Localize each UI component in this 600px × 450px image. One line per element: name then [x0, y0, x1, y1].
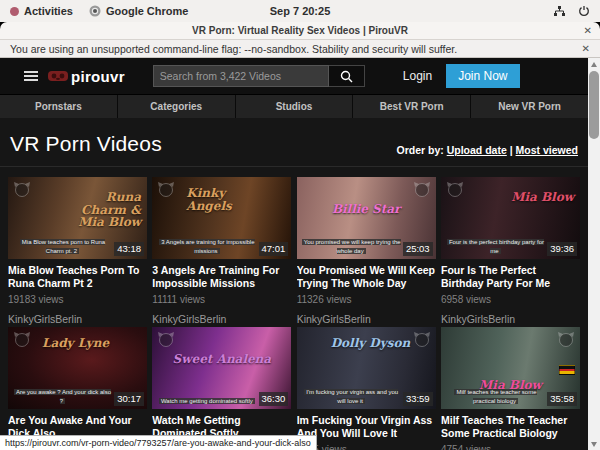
duration-badge: 25:03 — [403, 242, 433, 256]
studio-link[interactable]: KinkyGirlsBerlin — [8, 313, 147, 325]
system-top-bar: Activities Google Chrome Sep 7 20:25 — [0, 0, 600, 22]
activities-button[interactable]: Activities — [10, 5, 73, 17]
order-upload-date-link[interactable]: Upload date — [447, 144, 507, 156]
nav-item-new-vr-porn[interactable]: New VR Porn — [470, 95, 588, 118]
thumbnail-model-name: Sweet Analena — [152, 353, 291, 366]
video-card[interactable]: Billie Star You promised we will keep tr… — [297, 177, 436, 325]
duration-badge: 47:01 — [259, 242, 289, 256]
video-card[interactable]: Dolly Dyson I'm fucking your virgin ass … — [297, 327, 436, 450]
site-logo[interactable]: pirouvr — [48, 68, 125, 85]
thumbnail-caption: 3 Angels are training for impossible mis… — [156, 238, 257, 256]
window-close-icon[interactable]: ✕ — [584, 25, 592, 36]
duration-badge: 39:36 — [547, 242, 577, 256]
studio-watermark-icon — [13, 331, 31, 347]
duration-badge: 35:58 — [547, 392, 577, 406]
video-card[interactable]: Mia Blow Four is the perfect birthday pa… — [441, 177, 580, 325]
video-thumbnail[interactable]: Billie Star You promised we will keep tr… — [297, 177, 436, 259]
thumbnail-caption: Are you awake ? And your dick also ? — [12, 388, 113, 406]
duration-badge: 33:59 — [403, 392, 433, 406]
nav-item-best-vr-porn[interactable]: Best VR Porn — [352, 95, 470, 118]
login-link[interactable]: Login — [403, 69, 432, 83]
video-thumbnail[interactable]: Sweet Analena Watch me getting dominated… — [152, 327, 291, 409]
studio-link[interactable]: KinkyGirlsBerlin — [297, 313, 436, 325]
view-count: 11326 views — [297, 294, 436, 305]
video-card[interactable]: Lady Lyne Are you awake ? And your dick … — [8, 327, 147, 450]
studio-watermark-icon — [413, 331, 431, 347]
thumbnail-caption: Watch me getting dominated softly — [156, 397, 257, 406]
nav-item-studios[interactable]: Studios — [235, 95, 353, 118]
order-separator: | — [510, 144, 513, 156]
focused-app-menu[interactable]: Google Chrome — [89, 5, 189, 17]
duration-badge: 30:17 — [114, 392, 144, 406]
studio-link[interactable]: KinkyGirlsBerlin — [441, 313, 580, 325]
video-title[interactable]: Four Is The Perfect Birthday Party For M… — [441, 264, 580, 289]
browser-viewport: pirouvr Login Join Now Pornstars Categor… — [0, 58, 600, 450]
browser-titlebar: VR Porn: Virtual Reality Sex Videos | Pi… — [0, 22, 600, 40]
status-url-tooltip: https://pirouvr.com/vr-porn-video/779325… — [0, 435, 317, 450]
site-nav: Pornstars Categories Studios Best VR Por… — [0, 94, 588, 118]
video-card[interactable]: Runa Charm & Mia Blow Mia Blow teaches p… — [8, 177, 147, 325]
nav-item-pornstars[interactable]: Pornstars — [0, 95, 117, 118]
search-input[interactable] — [153, 65, 329, 87]
order-by: Order by: Upload date | Most viewed — [396, 144, 578, 156]
thumbnail-caption: Four is the perfect birthday party for m… — [445, 238, 546, 256]
scroll-up-arrow-icon[interactable] — [588, 58, 600, 70]
infobar-close-icon[interactable]: ✕ — [582, 43, 590, 54]
network-icon[interactable] — [553, 5, 566, 17]
video-thumbnail[interactable]: Lady Lyne Are you awake ? And your dick … — [8, 327, 147, 409]
view-count: 19183 views — [8, 294, 147, 305]
page-head: VR Porn Videos Order by: Upload date | M… — [0, 118, 588, 167]
app-label: Google Chrome — [106, 5, 189, 17]
search-button[interactable] — [329, 65, 365, 87]
view-count: 11111 views — [152, 294, 291, 305]
studio-watermark-icon — [13, 181, 31, 197]
thumbnail-model-name: Kinky Angels — [186, 187, 266, 212]
scroll-down-arrow-icon[interactable] — [588, 438, 600, 450]
view-count: 4754 views — [441, 444, 580, 450]
power-icon[interactable] — [578, 5, 590, 17]
video-grid: Runa Charm & Mia Blow Mia Blow teaches p… — [0, 167, 588, 450]
vr-goggles-icon — [48, 70, 68, 82]
join-now-button[interactable]: Join Now — [446, 64, 519, 88]
window-title: VR Porn: Virtual Reality Sex Videos | Pi… — [0, 25, 600, 36]
thumbnail-model-name: Mia Blow — [511, 191, 574, 204]
thumbnail-model-name: Runa Charm & Mia Blow — [61, 191, 141, 229]
studio-watermark-icon — [446, 181, 464, 197]
view-count: 6958 views — [441, 294, 580, 305]
order-by-label: Order by: — [396, 144, 443, 156]
clock[interactable]: Sep 7 20:25 — [270, 5, 331, 17]
video-card[interactable]: Sweet Analena Watch me getting dominated… — [152, 327, 291, 450]
video-thumbnail[interactable]: Dolly Dyson I'm fucking your virgin ass … — [297, 327, 436, 409]
chrome-icon — [89, 5, 101, 17]
video-title[interactable]: Milf Teaches The Teacher Some Practical … — [441, 414, 580, 439]
video-title[interactable]: You Promised We Will Keep Trying The Who… — [297, 264, 436, 289]
order-most-viewed-link[interactable]: Most viewed — [516, 144, 578, 156]
video-thumbnail[interactable]: Mia Blow Four is the perfect birthday pa… — [441, 177, 580, 259]
video-title[interactable]: Im Fucking Your Virgin Ass And You Will … — [297, 414, 436, 439]
chrome-infobar: You are using an unsupported command-lin… — [0, 40, 600, 58]
video-card[interactable]: Mia Blow Milf teaches the teacher some p… — [441, 327, 580, 450]
scrollbar-thumb[interactable] — [589, 71, 599, 139]
studio-watermark-icon — [557, 331, 575, 347]
video-thumbnail[interactable]: Mia Blow Milf teaches the teacher some p… — [441, 327, 580, 409]
video-title[interactable]: Mia Blow Teaches Porn To Runa Charm Pt 2 — [8, 264, 147, 289]
search-icon — [340, 70, 353, 83]
studio-link[interactable]: KinkyGirlsBerlin — [152, 313, 291, 325]
search-bar — [153, 65, 365, 87]
video-card[interactable]: Kinky Angels 3 Angels are training for i… — [152, 177, 291, 325]
nav-item-categories[interactable]: Categories — [117, 95, 235, 118]
video-thumbnail[interactable]: Runa Charm & Mia Blow Mia Blow teaches p… — [8, 177, 147, 259]
site-header: pirouvr Login Join Now — [0, 58, 588, 94]
video-thumbnail[interactable]: Kinky Angels 3 Angels are training for i… — [152, 177, 291, 259]
view-count: 2785 views — [297, 444, 436, 450]
studio-watermark-icon — [157, 331, 175, 347]
studio-watermark-icon — [157, 181, 175, 197]
duration-badge: 36:30 — [259, 392, 289, 406]
hamburger-menu-icon[interactable] — [24, 71, 38, 81]
thumbnail-model-name: Dolly Dyson — [331, 337, 411, 350]
recording-indicator-icon — [10, 7, 19, 16]
german-flag-icon — [559, 365, 575, 375]
video-title[interactable]: 3 Angels Are Training For Impossible Mis… — [152, 264, 291, 289]
scrollbar[interactable] — [588, 58, 600, 450]
activities-label: Activities — [24, 5, 73, 17]
